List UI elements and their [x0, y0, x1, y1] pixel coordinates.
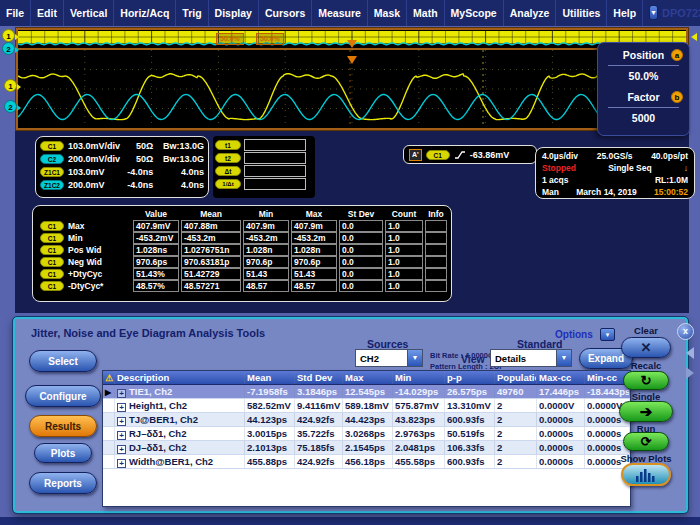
zoom1-ch1-start: -4.0ns — [124, 167, 153, 177]
results-row-width1[interactable]: +Width@BER1, Ch2 455.88ps 424.92fs 456.1… — [103, 455, 630, 469]
meas-header-stdev: St Dev — [338, 208, 384, 220]
nav-select-button[interactable]: Select — [29, 350, 97, 372]
view-label: View — [461, 353, 485, 365]
menu-myscope[interactable]: MyScope — [445, 0, 504, 26]
zoom1-ch1-end: 4.0ns — [153, 167, 204, 177]
acquisition-status: Stopped — [542, 162, 576, 174]
channel1-position-marker[interactable]: 1 — [4, 79, 17, 92]
factor-label: Factor — [627, 91, 659, 103]
nav-results-button[interactable]: Results — [29, 415, 97, 437]
menu-overflow-dropdown-icon[interactable]: ▼ — [649, 5, 658, 20]
meas-source-badge: C1 — [40, 221, 64, 231]
source-select[interactable]: CH2▼ — [355, 349, 423, 367]
bottom-bar — [0, 517, 700, 525]
sample-rate-value: 25.0GS/s — [597, 150, 633, 162]
recalc-label: Recalc — [611, 360, 681, 371]
ch1-scale: 103.0mV/div — [64, 141, 124, 151]
collapse-left-icon[interactable] — [686, 347, 694, 359]
run-button[interactable]: ⟳ — [623, 432, 669, 451]
nav-plots-button[interactable]: Plots — [34, 443, 92, 463]
menu-math[interactable]: Math — [407, 0, 445, 26]
scope-model-label: DPO72304SX — [662, 7, 700, 19]
menu-edit[interactable]: Edit — [31, 0, 64, 26]
results-row-dj1[interactable]: +DJ–δδ1, Ch2 2.1013ps 75.185fs 2.1545ps … — [103, 441, 630, 455]
chevron-down-icon[interactable]: ▼ — [407, 350, 422, 366]
factor-value: 5000 — [598, 112, 689, 124]
expand-row-icon[interactable]: + — [117, 445, 126, 454]
trigger-a-badge: A' — [409, 149, 422, 161]
collapse-right-icon[interactable] — [686, 367, 694, 379]
trigger-arrow-icon: ↓ — [684, 162, 688, 174]
meas-source-badge: C1 — [40, 257, 64, 267]
trigger-position-overview-icon[interactable] — [347, 40, 357, 48]
col-stddev: Std Dev — [295, 371, 343, 384]
results-row-tjber1[interactable]: +TJ@BER1, Ch2 44.123ps 424.92fs 44.423ps… — [103, 413, 630, 427]
trigger-readout-box: A' C1 -63.86mV — [403, 145, 537, 164]
record-length: RL:1.0M — [655, 174, 688, 186]
trigger-position-icon[interactable] — [347, 56, 357, 64]
ch2-bandwidth: Bw:13.0G — [153, 154, 204, 164]
results-row-tie1[interactable]: ▶ +TIE1, Ch2 -7.1958fs 3.1846ps 12.545ps… — [103, 385, 630, 399]
channel2-position-marker[interactable]: 2 — [4, 100, 17, 113]
col-pp: p-p — [445, 371, 495, 384]
col-mean: Mean — [245, 371, 295, 384]
chevron-down-icon[interactable]: ▼ — [556, 350, 571, 366]
meas-source-badge: C1 — [40, 281, 64, 291]
menu-file[interactable]: File — [0, 0, 31, 26]
ch2-termination: 50Ω — [124, 154, 153, 164]
channel1-overview-marker[interactable]: 1 — [2, 29, 15, 42]
menu-analyze[interactable]: Analyze — [504, 0, 557, 26]
cursor-t2-value: 7.36µs — [244, 152, 306, 164]
menu-measure[interactable]: Measure — [312, 0, 368, 26]
menu-horiz-acq[interactable]: Horiz/Acq — [114, 0, 176, 26]
col-max: Max — [343, 371, 393, 384]
trigger-mode: Man — [542, 186, 559, 198]
cursor-delta-t-badge: Δt — [215, 166, 241, 176]
cursor-inv-delta-t-value: 74.85kHz — [244, 178, 306, 190]
menu-trig[interactable]: Trig — [176, 0, 208, 26]
clear-button[interactable]: ✕ — [621, 337, 671, 358]
nav-configure-button[interactable]: Configure — [25, 385, 101, 407]
recalc-button[interactable]: ↻ — [623, 371, 669, 390]
col-description: Description — [115, 371, 245, 384]
ch1-badge: C1 — [40, 141, 64, 151]
expand-row-icon[interactable]: + — [117, 431, 126, 440]
expand-row-icon[interactable]: + — [117, 403, 126, 412]
zoom1-ch2-scale: 200.0mV — [64, 180, 124, 190]
trigger-source-badge: C1 — [426, 150, 450, 160]
dpojet-title: Jitter, Noise and Eye Diagram Analysis T… — [31, 327, 265, 339]
menu-mask[interactable]: Mask — [368, 0, 407, 26]
menu-utilities[interactable]: Utilities — [556, 0, 607, 26]
multipurpose-knob-b-badge: b — [671, 91, 683, 103]
histogram-icon — [635, 468, 657, 482]
dpojet-panel: Jitter, Noise and Eye Diagram Analysis T… — [13, 317, 688, 513]
zoom-window-marker-left[interactable]: 50.0% — [216, 33, 244, 45]
channel2-overview-marker[interactable]: 2 — [2, 42, 15, 55]
meas-header-min: Min — [242, 208, 290, 220]
view-select[interactable]: Details▼ — [490, 349, 572, 367]
trigger-level-value: -63.86mV — [470, 150, 510, 160]
menu-help[interactable]: Help — [607, 0, 643, 26]
menu-vertical[interactable]: Vertical — [64, 0, 114, 26]
menu-cursors[interactable]: Cursors — [259, 0, 312, 26]
expand-row-icon[interactable]: + — [117, 417, 126, 426]
warning-icon: ⚠ — [105, 373, 113, 383]
ch1-bandwidth: Bw:13.0G — [153, 141, 204, 151]
channel1-level-arrow-icon — [691, 33, 697, 41]
expand-row-icon[interactable]: + — [117, 389, 126, 398]
single-button[interactable]: ➔ — [619, 401, 673, 422]
acquisition-mode: Single Seq — [608, 162, 651, 174]
cursor-inv-delta-t-badge: 1/Δt — [215, 179, 241, 189]
results-row-rj1[interactable]: +RJ–δδ1, Ch2 3.0015ps 35.722fs 3.0268ps … — [103, 427, 630, 441]
results-row-height1[interactable]: +Height1, Ch2 582.52mV 9.4116mV 589.18mV… — [103, 399, 630, 413]
results-table-header: ⚠ Description Mean Std Dev Max Min p-p P… — [103, 371, 630, 385]
rising-edge-icon — [454, 149, 466, 161]
cursor-t2-badge: t2 — [215, 153, 241, 163]
show-plots-button[interactable] — [621, 463, 671, 486]
expand-row-icon[interactable]: + — [117, 459, 126, 468]
multipurpose-knob-a-badge: a — [671, 49, 683, 61]
clear-label: Clear — [611, 325, 681, 336]
zoom-window-marker-right[interactable]: 50.0% — [256, 33, 284, 45]
menu-display[interactable]: Display — [209, 0, 259, 26]
nav-reports-button[interactable]: Reports — [29, 472, 97, 494]
